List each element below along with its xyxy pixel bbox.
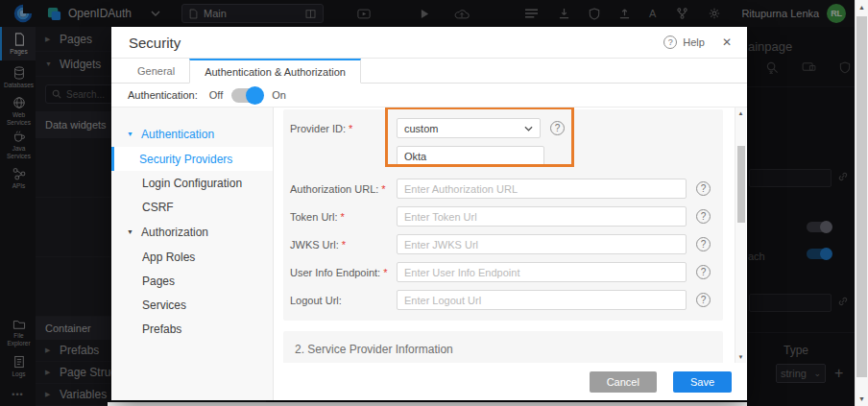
- app-window: OpenIDAuth Main: [0, 0, 868, 406]
- caret-down-icon: ▼: [127, 131, 134, 137]
- nav-item-security-providers[interactable]: Security Providers: [111, 147, 273, 171]
- logout-url-input[interactable]: [397, 290, 687, 310]
- nav-item-services[interactable]: Services: [111, 293, 273, 317]
- page-bottom-strip: [108, 402, 747, 406]
- close-icon[interactable]: ✕: [722, 36, 732, 49]
- field-label: User Info Endpoint:*: [290, 267, 397, 278]
- token-url-row: Token Url:* ?: [290, 206, 723, 227]
- toggle-off-label: Off: [209, 89, 223, 101]
- provider-info-section: Provider ID:* custom ? Authorization URL…: [283, 109, 723, 321]
- help-question-icon[interactable]: ?: [696, 265, 711, 279]
- security-dialog: Security ? Help ✕ General Authentication…: [111, 27, 747, 400]
- scroll-up-icon[interactable]: ▲: [856, 4, 868, 11]
- scrollbar-thumb[interactable]: [856, 16, 867, 377]
- provider-name-input[interactable]: [397, 146, 544, 166]
- authentication-label: Authentication:: [128, 89, 198, 101]
- help-link[interactable]: Help: [683, 36, 705, 48]
- required-asterisk: *: [349, 123, 352, 134]
- authentication-toggle[interactable]: [231, 88, 263, 103]
- token-url-input[interactable]: [397, 206, 687, 227]
- required-asterisk: *: [341, 211, 345, 223]
- help-question-icon[interactable]: ?: [696, 209, 711, 224]
- nav-group-authorization[interactable]: ▼ Authorization: [111, 219, 273, 245]
- user-info-endpoint-input[interactable]: [397, 262, 687, 282]
- provider-id-select[interactable]: custom: [397, 118, 541, 138]
- logout-url-row: Logout Url: ?: [290, 290, 723, 310]
- provider-form-area: Provider ID:* custom ? Authorization URL…: [274, 107, 747, 400]
- help-question-icon[interactable]: ?: [696, 181, 711, 196]
- provider-name-row: [290, 146, 723, 166]
- jwks-url-row: JWKS Url:* ?: [290, 234, 723, 254]
- dialog-tabs: General Authentication & Authorization: [111, 59, 747, 84]
- scroll-down-icon[interactable]: ▼: [735, 354, 746, 360]
- scrollbar-thumb[interactable]: [737, 146, 745, 223]
- authorization-url-input[interactable]: [397, 179, 687, 199]
- field-label: Provider ID:*: [290, 123, 397, 134]
- authentication-toggle-row: Authentication: Off On: [111, 84, 747, 107]
- dialog-header: Security ? Help ✕: [111, 27, 747, 59]
- save-button[interactable]: Save: [673, 371, 732, 393]
- dialog-footer: Cancel Save: [275, 363, 747, 400]
- nav-item-app-roles[interactable]: App Roles: [111, 245, 273, 269]
- nav-item-login-configuration[interactable]: Login Configuration: [111, 171, 273, 195]
- help-question-icon[interactable]: ?: [663, 36, 677, 49]
- help-question-icon[interactable]: ?: [550, 121, 565, 135]
- caret-down-icon: ▼: [127, 228, 134, 235]
- scroll-down-icon[interactable]: ▼: [856, 395, 868, 402]
- field-label: Logout Url:: [290, 295, 397, 306]
- field-label: Authorization URL:*: [290, 183, 397, 195]
- chevron-down-icon: [524, 126, 533, 131]
- field-label: JWKS Url:*: [290, 239, 397, 251]
- nav-item-prefabs[interactable]: Prefabs: [111, 317, 273, 341]
- required-asterisk: *: [381, 183, 385, 195]
- form-scrollbar[interactable]: ▲ ▼: [735, 107, 746, 363]
- required-asterisk: *: [383, 267, 387, 278]
- nav-group-authentication[interactable]: ▼ Authentication: [111, 121, 273, 147]
- dialog-title: Security: [129, 35, 181, 51]
- tab-authentication-authorization[interactable]: Authentication & Authorization: [189, 59, 361, 84]
- provider-id-row: Provider ID:* custom ?: [290, 118, 723, 138]
- user-info-endpoint-row: User Info Endpoint:* ?: [290, 262, 723, 282]
- nav-item-csrf[interactable]: CSRF: [111, 195, 273, 219]
- help-question-icon[interactable]: ?: [696, 237, 711, 251]
- required-asterisk: *: [342, 239, 346, 251]
- nav-item-pages[interactable]: Pages: [111, 269, 273, 293]
- scroll-up-icon[interactable]: ▲: [735, 110, 746, 116]
- cancel-button[interactable]: Cancel: [590, 371, 657, 393]
- tab-general[interactable]: General: [123, 59, 189, 83]
- section-title: 2. Service Provider Information: [295, 343, 723, 356]
- field-label: Token Url:*: [290, 211, 397, 223]
- window-scrollbar[interactable]: ▲ ▼: [855, 0, 868, 406]
- dialog-left-nav: ▼ Authentication Security Providers Logi…: [111, 107, 274, 400]
- authorization-url-row: Authorization URL:* ?: [290, 179, 723, 199]
- jwks-url-input[interactable]: [397, 234, 687, 254]
- help-question-icon[interactable]: ?: [696, 293, 711, 307]
- toggle-on-label: On: [272, 89, 286, 101]
